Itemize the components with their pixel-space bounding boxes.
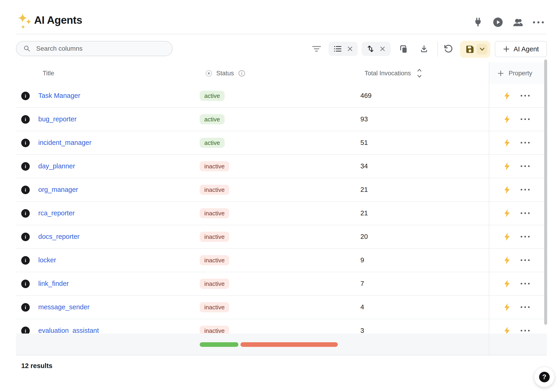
agent-title-link[interactable]: incident_manager xyxy=(38,131,92,154)
lightning-icon[interactable] xyxy=(503,115,511,123)
lightning-icon[interactable] xyxy=(503,209,511,217)
row-actions-ellipsis-icon[interactable] xyxy=(521,118,530,120)
table-row: i locker inactive 9 xyxy=(16,249,547,272)
row-actions-ellipsis-icon[interactable] xyxy=(521,165,530,167)
single-select-icon xyxy=(205,62,212,84)
more-ellipsis-icon[interactable] xyxy=(532,20,545,25)
row-info-icon[interactable]: i xyxy=(21,92,30,100)
agent-title-link[interactable]: docs_reporter xyxy=(38,225,79,248)
lightning-icon[interactable] xyxy=(503,233,511,241)
save-button[interactable] xyxy=(460,41,490,58)
people-icon[interactable] xyxy=(513,18,524,27)
invocations-value: 34 xyxy=(360,155,368,177)
question-mark-icon: ? xyxy=(539,372,550,382)
lightning-icon[interactable] xyxy=(503,280,511,288)
agent-title-link[interactable]: message_sender xyxy=(38,296,89,318)
row-actions-ellipsis-icon[interactable] xyxy=(521,189,530,191)
invocations-value: 20 xyxy=(360,225,368,248)
sort-pill[interactable] xyxy=(362,42,391,56)
invocations-value: 21 xyxy=(360,178,368,201)
status-summary-band xyxy=(16,334,547,355)
agent-title-link[interactable]: day_planner xyxy=(38,155,75,177)
search-input[interactable] xyxy=(36,45,166,52)
lightning-icon[interactable] xyxy=(503,186,511,194)
sort-indicator-icon[interactable] xyxy=(417,62,422,84)
row-actions-ellipsis-icon[interactable] xyxy=(521,330,530,331)
row-actions-ellipsis-icon[interactable] xyxy=(521,259,530,261)
column-header-add-property[interactable]: Property xyxy=(509,62,532,84)
agent-title-link[interactable]: link_finder xyxy=(38,272,69,295)
status-badge: inactive xyxy=(200,208,229,218)
row-actions-ellipsis-icon[interactable] xyxy=(521,306,530,308)
table-row: i rca_reporter inactive 21 xyxy=(16,202,547,225)
status-badge: inactive xyxy=(200,232,229,242)
invocations-value: 93 xyxy=(360,108,368,130)
info-outline-icon[interactable] xyxy=(238,62,245,84)
clear-x-icon[interactable] xyxy=(347,46,353,52)
download-icon[interactable] xyxy=(420,44,428,53)
status-badge: inactive xyxy=(200,161,229,171)
row-info-icon[interactable]: i xyxy=(21,162,30,171)
row-info-icon[interactable]: i xyxy=(21,256,30,265)
sort-arrows-icon xyxy=(367,45,375,53)
row-info-icon[interactable]: i xyxy=(21,303,30,312)
plug-icon[interactable] xyxy=(473,17,483,27)
table-bottom-border xyxy=(16,355,547,355)
copy-icon[interactable] xyxy=(399,44,408,54)
table-row: i bug_reporter active 93 xyxy=(16,108,547,131)
status-badge: active xyxy=(200,138,225,148)
table-row: i link_finder inactive 7 xyxy=(16,272,547,296)
help-button[interactable]: ? xyxy=(534,367,555,387)
row-info-icon[interactable]: i xyxy=(21,209,30,218)
status-badge: inactive xyxy=(200,279,229,289)
row-info-icon[interactable]: i xyxy=(21,233,30,241)
add-ai-agent-button[interactable]: AI Agent xyxy=(495,41,547,57)
view-pill[interactable] xyxy=(329,42,358,56)
row-info-icon[interactable]: i xyxy=(21,186,30,194)
table-row: i docs_reporter inactive 20 xyxy=(16,225,547,249)
agent-title-link[interactable]: rca_reporter xyxy=(38,202,75,224)
agent-title-link[interactable]: locker xyxy=(38,249,56,271)
table-row: i incident_manager active 51 xyxy=(16,131,547,155)
row-actions-ellipsis-icon[interactable] xyxy=(521,212,530,214)
lightning-icon[interactable] xyxy=(503,303,511,311)
table-body: i Task Manager active 469 i bug_reporter… xyxy=(16,84,547,343)
header-divider xyxy=(16,34,547,34)
row-info-icon[interactable]: i xyxy=(21,139,30,147)
status-badge: inactive xyxy=(200,302,229,312)
agent-title-link[interactable]: bug_reporter xyxy=(38,108,77,130)
status-badge: active xyxy=(200,114,225,124)
invocations-value: 9 xyxy=(360,249,364,271)
lightning-icon[interactable] xyxy=(503,256,511,264)
agent-title-link[interactable]: org_manager xyxy=(38,178,78,201)
column-header-title[interactable]: Title xyxy=(43,62,54,84)
play-circle-icon[interactable] xyxy=(493,17,503,27)
list-icon xyxy=(334,45,342,53)
vertical-scrollbar[interactable] xyxy=(544,59,547,325)
row-info-icon[interactable]: i xyxy=(21,115,30,124)
agent-title-link[interactable]: Task Manager xyxy=(38,84,80,107)
undo-icon[interactable] xyxy=(443,44,453,54)
row-info-icon[interactable]: i xyxy=(21,280,30,288)
filter-icon[interactable] xyxy=(312,45,322,53)
status-badge: active xyxy=(200,91,225,101)
add-ai-agent-label: AI Agent xyxy=(514,45,539,53)
lightning-icon[interactable] xyxy=(503,162,511,170)
row-actions-ellipsis-icon[interactable] xyxy=(521,95,530,97)
row-actions-ellipsis-icon[interactable] xyxy=(521,142,530,143)
page-title: AI Agents xyxy=(34,14,82,26)
save-dropdown-toggle[interactable] xyxy=(477,44,488,55)
search-input-wrap[interactable] xyxy=(16,41,173,56)
table-header: Title Status Total Invocations xyxy=(16,62,547,84)
invocations-value: 7 xyxy=(360,272,364,295)
lightning-icon[interactable] xyxy=(503,139,511,147)
row-actions-ellipsis-icon[interactable] xyxy=(521,283,530,284)
table-row: i Task Manager active 469 xyxy=(16,84,547,108)
chevron-down-icon xyxy=(479,47,485,51)
column-header-status[interactable]: Status xyxy=(216,62,234,84)
ai-agents-page: AI Agents xyxy=(0,0,558,392)
clear-x-icon[interactable] xyxy=(380,46,385,52)
lightning-icon[interactable] xyxy=(503,92,511,100)
column-header-invocations[interactable]: Total Invocations xyxy=(365,62,411,84)
row-actions-ellipsis-icon[interactable] xyxy=(521,236,530,237)
